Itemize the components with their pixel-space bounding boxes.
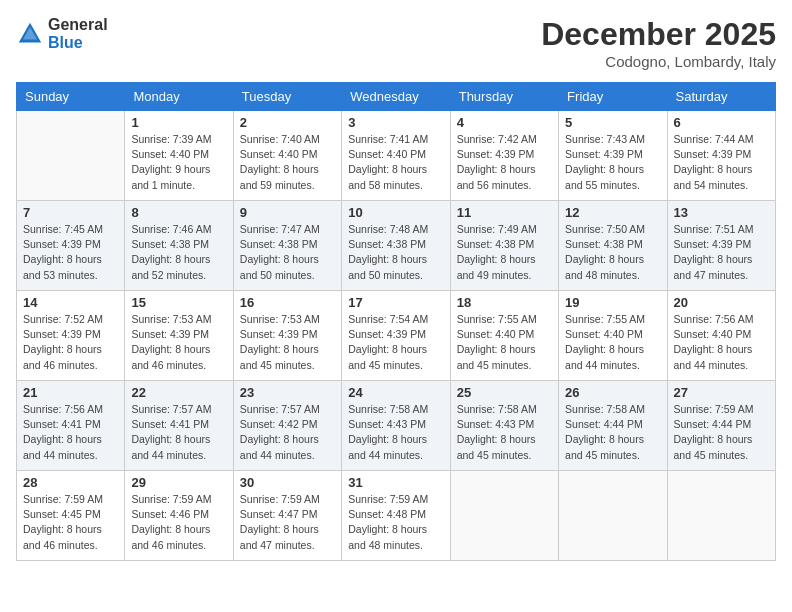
day-number: 8: [131, 205, 226, 220]
calendar-table: SundayMondayTuesdayWednesdayThursdayFrid…: [16, 82, 776, 561]
calendar-cell: 24Sunrise: 7:58 AMSunset: 4:43 PMDayligh…: [342, 381, 450, 471]
day-number: 22: [131, 385, 226, 400]
day-info: Sunrise: 7:57 AMSunset: 4:42 PMDaylight:…: [240, 402, 335, 463]
day-info: Sunrise: 7:59 AMSunset: 4:48 PMDaylight:…: [348, 492, 443, 553]
day-number: 27: [674, 385, 769, 400]
calendar-cell: 14Sunrise: 7:52 AMSunset: 4:39 PMDayligh…: [17, 291, 125, 381]
calendar-cell: [667, 471, 775, 561]
weekday-header: Wednesday: [342, 83, 450, 111]
calendar-cell: 13Sunrise: 7:51 AMSunset: 4:39 PMDayligh…: [667, 201, 775, 291]
day-number: 17: [348, 295, 443, 310]
calendar-cell: 25Sunrise: 7:58 AMSunset: 4:43 PMDayligh…: [450, 381, 558, 471]
day-info: Sunrise: 7:58 AMSunset: 4:43 PMDaylight:…: [457, 402, 552, 463]
calendar-cell: 1Sunrise: 7:39 AMSunset: 4:40 PMDaylight…: [125, 111, 233, 201]
day-info: Sunrise: 7:40 AMSunset: 4:40 PMDaylight:…: [240, 132, 335, 193]
calendar-cell: 16Sunrise: 7:53 AMSunset: 4:39 PMDayligh…: [233, 291, 341, 381]
day-info: Sunrise: 7:51 AMSunset: 4:39 PMDaylight:…: [674, 222, 769, 283]
day-number: 3: [348, 115, 443, 130]
day-number: 28: [23, 475, 118, 490]
day-number: 10: [348, 205, 443, 220]
calendar-cell: 2Sunrise: 7:40 AMSunset: 4:40 PMDaylight…: [233, 111, 341, 201]
day-number: 14: [23, 295, 118, 310]
logo-general: General: [48, 16, 108, 33]
weekday-header-row: SundayMondayTuesdayWednesdayThursdayFrid…: [17, 83, 776, 111]
weekday-header: Monday: [125, 83, 233, 111]
calendar-cell: 27Sunrise: 7:59 AMSunset: 4:44 PMDayligh…: [667, 381, 775, 471]
calendar-cell: 19Sunrise: 7:55 AMSunset: 4:40 PMDayligh…: [559, 291, 667, 381]
calendar-cell: 23Sunrise: 7:57 AMSunset: 4:42 PMDayligh…: [233, 381, 341, 471]
weekday-header: Thursday: [450, 83, 558, 111]
day-info: Sunrise: 7:55 AMSunset: 4:40 PMDaylight:…: [565, 312, 660, 373]
logo-blue: Blue: [48, 34, 83, 51]
calendar-cell: 8Sunrise: 7:46 AMSunset: 4:38 PMDaylight…: [125, 201, 233, 291]
day-info: Sunrise: 7:59 AMSunset: 4:46 PMDaylight:…: [131, 492, 226, 553]
day-info: Sunrise: 7:55 AMSunset: 4:40 PMDaylight:…: [457, 312, 552, 373]
title-area: December 2025 Codogno, Lombardy, Italy: [541, 16, 776, 70]
day-number: 23: [240, 385, 335, 400]
calendar-cell: 7Sunrise: 7:45 AMSunset: 4:39 PMDaylight…: [17, 201, 125, 291]
calendar-cell: 4Sunrise: 7:42 AMSunset: 4:39 PMDaylight…: [450, 111, 558, 201]
weekday-header: Sunday: [17, 83, 125, 111]
day-number: 26: [565, 385, 660, 400]
calendar-cell: [450, 471, 558, 561]
day-info: Sunrise: 7:42 AMSunset: 4:39 PMDaylight:…: [457, 132, 552, 193]
day-info: Sunrise: 7:48 AMSunset: 4:38 PMDaylight:…: [348, 222, 443, 283]
calendar-cell: 30Sunrise: 7:59 AMSunset: 4:47 PMDayligh…: [233, 471, 341, 561]
day-info: Sunrise: 7:56 AMSunset: 4:40 PMDaylight:…: [674, 312, 769, 373]
calendar-cell: 28Sunrise: 7:59 AMSunset: 4:45 PMDayligh…: [17, 471, 125, 561]
calendar-cell: 17Sunrise: 7:54 AMSunset: 4:39 PMDayligh…: [342, 291, 450, 381]
day-info: Sunrise: 7:53 AMSunset: 4:39 PMDaylight:…: [240, 312, 335, 373]
day-number: 11: [457, 205, 552, 220]
day-number: 9: [240, 205, 335, 220]
calendar-cell: 10Sunrise: 7:48 AMSunset: 4:38 PMDayligh…: [342, 201, 450, 291]
day-info: Sunrise: 7:50 AMSunset: 4:38 PMDaylight:…: [565, 222, 660, 283]
day-info: Sunrise: 7:47 AMSunset: 4:38 PMDaylight:…: [240, 222, 335, 283]
day-info: Sunrise: 7:54 AMSunset: 4:39 PMDaylight:…: [348, 312, 443, 373]
day-number: 13: [674, 205, 769, 220]
day-info: Sunrise: 7:46 AMSunset: 4:38 PMDaylight:…: [131, 222, 226, 283]
day-number: 31: [348, 475, 443, 490]
calendar-cell: 5Sunrise: 7:43 AMSunset: 4:39 PMDaylight…: [559, 111, 667, 201]
day-number: 29: [131, 475, 226, 490]
day-number: 21: [23, 385, 118, 400]
day-info: Sunrise: 7:52 AMSunset: 4:39 PMDaylight:…: [23, 312, 118, 373]
calendar-cell: 12Sunrise: 7:50 AMSunset: 4:38 PMDayligh…: [559, 201, 667, 291]
calendar-cell: [559, 471, 667, 561]
calendar-cell: 15Sunrise: 7:53 AMSunset: 4:39 PMDayligh…: [125, 291, 233, 381]
calendar-cell: 31Sunrise: 7:59 AMSunset: 4:48 PMDayligh…: [342, 471, 450, 561]
day-info: Sunrise: 7:58 AMSunset: 4:44 PMDaylight:…: [565, 402, 660, 463]
day-number: 12: [565, 205, 660, 220]
day-number: 15: [131, 295, 226, 310]
day-number: 19: [565, 295, 660, 310]
day-info: Sunrise: 7:43 AMSunset: 4:39 PMDaylight:…: [565, 132, 660, 193]
day-number: 18: [457, 295, 552, 310]
day-number: 7: [23, 205, 118, 220]
weekday-header: Saturday: [667, 83, 775, 111]
calendar-cell: 22Sunrise: 7:57 AMSunset: 4:41 PMDayligh…: [125, 381, 233, 471]
day-info: Sunrise: 7:53 AMSunset: 4:39 PMDaylight:…: [131, 312, 226, 373]
calendar-week-row: 1Sunrise: 7:39 AMSunset: 4:40 PMDaylight…: [17, 111, 776, 201]
day-info: Sunrise: 7:59 AMSunset: 4:47 PMDaylight:…: [240, 492, 335, 553]
day-info: Sunrise: 7:56 AMSunset: 4:41 PMDaylight:…: [23, 402, 118, 463]
day-number: 2: [240, 115, 335, 130]
calendar-cell: 18Sunrise: 7:55 AMSunset: 4:40 PMDayligh…: [450, 291, 558, 381]
day-info: Sunrise: 7:44 AMSunset: 4:39 PMDaylight:…: [674, 132, 769, 193]
day-info: Sunrise: 7:41 AMSunset: 4:40 PMDaylight:…: [348, 132, 443, 193]
logo: General Blue: [16, 16, 108, 52]
logo-icon: [16, 20, 44, 48]
calendar-cell: 3Sunrise: 7:41 AMSunset: 4:40 PMDaylight…: [342, 111, 450, 201]
calendar-cell: 6Sunrise: 7:44 AMSunset: 4:39 PMDaylight…: [667, 111, 775, 201]
calendar-cell: 9Sunrise: 7:47 AMSunset: 4:38 PMDaylight…: [233, 201, 341, 291]
weekday-header: Tuesday: [233, 83, 341, 111]
day-number: 25: [457, 385, 552, 400]
day-info: Sunrise: 7:59 AMSunset: 4:45 PMDaylight:…: [23, 492, 118, 553]
day-info: Sunrise: 7:49 AMSunset: 4:38 PMDaylight:…: [457, 222, 552, 283]
location-title: Codogno, Lombardy, Italy: [541, 53, 776, 70]
day-number: 24: [348, 385, 443, 400]
calendar-cell: 20Sunrise: 7:56 AMSunset: 4:40 PMDayligh…: [667, 291, 775, 381]
day-info: Sunrise: 7:45 AMSunset: 4:39 PMDaylight:…: [23, 222, 118, 283]
day-info: Sunrise: 7:58 AMSunset: 4:43 PMDaylight:…: [348, 402, 443, 463]
calendar-week-row: 21Sunrise: 7:56 AMSunset: 4:41 PMDayligh…: [17, 381, 776, 471]
day-number: 20: [674, 295, 769, 310]
calendar-week-row: 14Sunrise: 7:52 AMSunset: 4:39 PMDayligh…: [17, 291, 776, 381]
